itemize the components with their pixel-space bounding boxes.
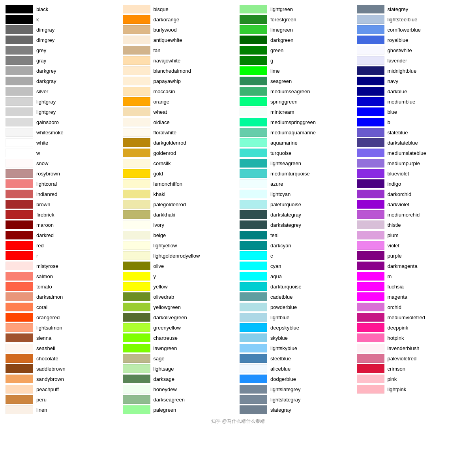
list-item: olive (121, 261, 238, 271)
list-item: lightslategray (238, 394, 355, 405)
color-swatch (357, 323, 384, 332)
color-label: dimgray (36, 27, 54, 33)
list-item: moccasin (121, 86, 238, 96)
color-label: mistyrose (36, 263, 58, 269)
color-label: sage (154, 356, 165, 362)
color-swatch (357, 149, 384, 157)
color-label: mediumblue (388, 99, 416, 105)
color-swatch (357, 354, 384, 363)
color-label: darkorange (154, 17, 180, 23)
color-label: cornsilk (154, 160, 171, 166)
color-swatch (6, 241, 33, 250)
color-swatch (123, 77, 150, 85)
color-label: lightskyblue (270, 345, 297, 351)
list-item: hotpink (355, 333, 472, 343)
list-item: darkslateblue (355, 137, 472, 148)
color-swatch (357, 107, 384, 116)
color-swatch (240, 313, 267, 322)
color-swatch (6, 251, 33, 260)
list-item: darkviolet (355, 199, 472, 209)
color-label: ghostwhite (388, 47, 412, 53)
color-label: aquamarine (270, 140, 298, 146)
color-label: black (36, 6, 48, 12)
color-label: honeydew (154, 386, 177, 392)
color-swatch (357, 15, 384, 24)
list-item: sienna (4, 333, 121, 343)
color-swatch (240, 323, 267, 332)
color-label: brown (36, 202, 50, 207)
color-swatch (6, 282, 33, 291)
color-swatch (357, 210, 384, 219)
color-label: wheat (154, 109, 167, 115)
color-swatch (6, 190, 33, 198)
color-swatch (357, 128, 384, 137)
color-swatch (357, 87, 384, 96)
color-label: palevioletred (388, 356, 417, 362)
color-label: limegreen (270, 27, 293, 33)
list-item: r (4, 251, 121, 261)
list-item: yellow (121, 281, 238, 292)
color-swatch (123, 375, 150, 383)
color-swatch (123, 251, 150, 260)
color-label: lightcoral (36, 181, 57, 187)
color-label: aqua (270, 273, 282, 279)
list-item: maroon (4, 220, 121, 230)
color-label: darkseagreen (154, 397, 185, 403)
list-item: royalblue (355, 35, 472, 45)
color-swatch (240, 333, 267, 342)
list-item: silver (4, 86, 121, 96)
color-label: forestgreen (270, 17, 296, 23)
list-item: wheat (121, 107, 238, 117)
color-label: darkkhaki (154, 212, 176, 218)
list-item: lightskyblue (238, 343, 355, 353)
color-label: green (270, 47, 283, 53)
color-swatch (357, 375, 384, 383)
list-item: lightcyan (238, 189, 355, 199)
color-label: darkred (36, 232, 54, 238)
color-label: fuchsia (388, 284, 404, 290)
list-item: midnightblue (355, 66, 472, 76)
color-swatch (123, 405, 150, 414)
color-label: w (36, 150, 40, 156)
color-swatch (240, 251, 267, 260)
color-swatch (123, 241, 150, 250)
color-swatch (240, 179, 267, 188)
color-swatch (6, 313, 33, 322)
list-item: cornflowerblue (355, 24, 472, 35)
list-item: blueviolet (355, 168, 472, 179)
color-label: peru (36, 397, 47, 403)
list-item: white (4, 137, 121, 148)
color-swatch (240, 262, 267, 270)
color-label: darkorchid (388, 191, 412, 197)
color-label: darkcyan (270, 243, 291, 249)
color-swatch (6, 25, 33, 34)
list-item: lightgrey (4, 107, 121, 117)
list-item: seagreen (238, 76, 355, 86)
list-item: lightcoral (4, 179, 121, 189)
color-label: indigo (388, 181, 401, 187)
color-label: crimson (388, 366, 406, 372)
list-item: papayawhip (121, 76, 238, 86)
list-item: red (4, 240, 121, 251)
color-label: darkslategrey (270, 222, 301, 228)
color-swatch (357, 118, 384, 126)
color-label: darkolivegreen (154, 315, 187, 320)
color-swatch (357, 200, 384, 209)
list-item: powderblue (238, 302, 355, 312)
list-item: brown (4, 199, 121, 209)
list-item: mediumpurple (355, 158, 472, 168)
list-item: limegreen (238, 24, 355, 35)
color-swatch (357, 46, 384, 55)
list-item: indianred (4, 189, 121, 199)
list-item: purple (355, 251, 472, 261)
list-item: palegreen (121, 405, 238, 415)
color-swatch (6, 405, 33, 414)
color-label: olivedrab (154, 294, 174, 300)
color-swatch (357, 313, 384, 322)
color-swatch (123, 138, 150, 147)
color-swatch (240, 66, 267, 75)
list-item: snow (4, 158, 121, 168)
color-swatch (6, 375, 33, 383)
color-label: darkgreen (270, 37, 294, 43)
color-swatch (240, 77, 267, 85)
